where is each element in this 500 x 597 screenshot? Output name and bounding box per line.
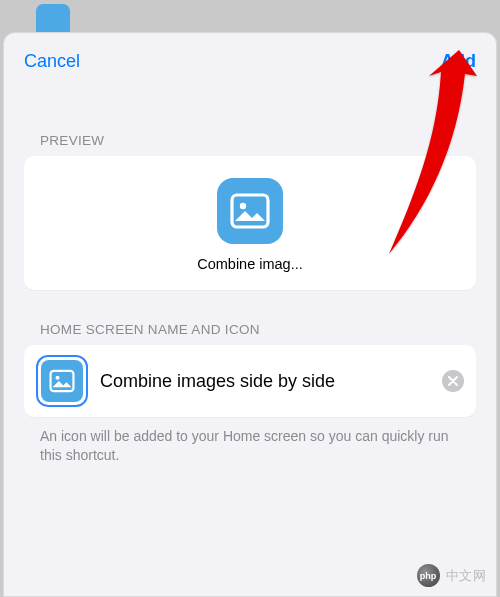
shortcut-icon	[41, 360, 83, 402]
cancel-button[interactable]: Cancel	[24, 51, 80, 72]
svg-point-3	[56, 376, 60, 380]
preview-card: Combine imag...	[24, 156, 476, 290]
add-button[interactable]: Add	[441, 51, 476, 72]
svg-rect-2	[51, 371, 74, 391]
close-icon	[448, 376, 458, 386]
photo-icon	[228, 189, 272, 233]
photo-icon	[48, 367, 76, 395]
name-icon-row	[24, 345, 476, 417]
watermark-text: 中文网	[446, 567, 487, 585]
preview-app-label: Combine imag...	[197, 256, 303, 272]
watermark-logo: php	[417, 564, 440, 587]
svg-rect-0	[232, 195, 268, 227]
sheet-header: Cancel Add	[4, 33, 496, 86]
svg-point-1	[240, 203, 246, 209]
shortcut-name-input[interactable]	[100, 371, 430, 392]
shortcut-icon-picker[interactable]	[36, 355, 88, 407]
name-icon-section-label: HOME SCREEN NAME AND ICON	[4, 322, 496, 337]
footer-help-text: An icon will be added to your Home scree…	[4, 417, 496, 465]
preview-app-icon	[217, 178, 283, 244]
add-to-home-screen-sheet: Cancel Add PREVIEW Combine imag... HOME …	[3, 32, 497, 597]
clear-text-button[interactable]	[442, 370, 464, 392]
watermark: php 中文网	[417, 564, 487, 587]
preview-section-label: PREVIEW	[4, 133, 496, 148]
